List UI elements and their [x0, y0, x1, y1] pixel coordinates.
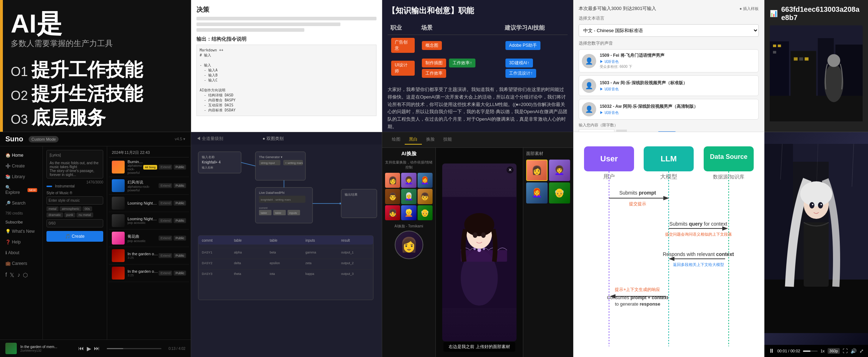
video-play-button[interactable]: ⏸ — [769, 348, 774, 354]
track-extend-3[interactable]: Extend — [159, 201, 172, 206]
tag-00s[interactable]: 00s — [83, 206, 92, 211]
face-content: AI换脸 支持批量换脸，动作依据/情绪控制 👩 👩‍🦱 👩‍🦰 👨 👩‍🦳 👦 … — [382, 148, 573, 357]
track-extend-1[interactable]: Extend — [159, 165, 172, 170]
suno-mode[interactable]: Custom Mode — [29, 136, 59, 142]
suno-nav-home[interactable]: 🏠 Home — [0, 150, 43, 161]
suno-style-input[interactable] — [46, 196, 103, 205]
face-thumb-2[interactable]: 👩‍🦱 — [401, 173, 416, 188]
track-public-2[interactable]: Public — [174, 183, 186, 188]
track-extend-4[interactable]: Extend — [159, 218, 172, 223]
track-public-7[interactable]: Public — [174, 271, 186, 276]
face-tab-preview[interactable]: 绘图 — [388, 135, 405, 145]
suno-lyrics-area[interactable]: [Lyrics] As the music folds out, and the… — [46, 150, 103, 178]
face-thumb-7[interactable]: 👧 — [385, 205, 400, 220]
track-actions-1: All Song Extend Public — [143, 165, 186, 170]
face-right-title: 面部素材 — [526, 151, 570, 157]
twitter-icon[interactable]: 𝕏 — [10, 272, 14, 278]
discord-icon[interactable]: ⬡ — [23, 272, 28, 278]
suno-track-2[interactable]: 幻风传说 alphatonu-rock-powerful Extend Publ… — [109, 177, 189, 195]
face-thumb-3[interactable]: 👩‍🦰 — [418, 173, 433, 188]
suno-prev-button[interactable]: ⏮ — [78, 345, 84, 352]
voice-item-2: 👤 1503 - Aw 间·乐·深线阶段视频男声（标准版） ▶ 试听音色 — [579, 75, 759, 96]
voice-play-2[interactable]: ▶ 试听音色 — [600, 87, 755, 92]
svg-text:提交提示: 提交提示 — [629, 201, 646, 206]
video-speed[interactable]: 1x — [820, 349, 825, 353]
tag-metal[interactable]: metal — [46, 206, 59, 211]
suno-instrumental-toggle[interactable] — [46, 186, 52, 187]
suno-track-1[interactable]: Burning Warrior alphatonu-rock-powerful … — [109, 157, 189, 177]
fullscreen-icon[interactable]: ⛶ — [843, 348, 848, 354]
expand-icon[interactable]: ⤢ — [859, 348, 864, 354]
face-right-thumb-3[interactable]: 👩‍🦰 — [526, 182, 548, 204]
suno-nav-help[interactable]: ❓ Help — [0, 237, 43, 247]
tag-all-song: All Song — [143, 165, 158, 170]
voice-play-1[interactable]: ▶ 试听音色 — [600, 59, 755, 64]
face-thumb-9[interactable]: 👴 — [418, 205, 433, 220]
voice-item-3: 👤 15032 - Aw 阿间·乐·深线阶段视频男声（高清制版） ▶ 试听音色 — [579, 99, 759, 120]
suno-subscribe[interactable]: Subscribe — [0, 218, 43, 226]
suno-nav-library[interactable]: 📚 Library — [0, 171, 43, 182]
suno-track-5[interactable]: 葡花曲 pop acoustic Extend Public — [109, 230, 189, 247]
voice-increment-button[interactable]: ▲ — [616, 130, 627, 132]
face-thumb-5[interactable]: 👩‍🦳 — [401, 189, 416, 204]
tiktok-icon[interactable]: ♪ — [17, 272, 20, 278]
track-public-6[interactable]: Public — [174, 253, 186, 258]
suno-nav-create[interactable]: ➕ Create — [0, 161, 43, 171]
suno-track-6[interactable]: In the garden of memories, where tim... … — [109, 247, 189, 265]
tag-dramatic[interactable]: dramatic — [46, 212, 63, 217]
tag-nu-metal[interactable]: nu metal — [76, 212, 93, 217]
suno-progress-fill — [107, 348, 123, 349]
suno-track-3[interactable]: Looming Nightmares Extend Public — [109, 195, 189, 212]
face-right-thumb-1[interactable]: 👩 — [526, 160, 548, 181]
suno-play-button[interactable]: ▶ — [87, 345, 91, 352]
voice-play-3[interactable]: ▶ 试听音色 — [600, 110, 755, 115]
suno-title-input[interactable] — [46, 219, 103, 227]
face-thumb-6[interactable]: 👦 — [418, 189, 433, 204]
track-extend-5[interactable]: Extend — [159, 236, 172, 241]
video-progress-bar[interactable] — [803, 351, 818, 352]
face-thumb-1[interactable]: 👩 — [385, 173, 400, 188]
face-thumb-8[interactable]: 👱 — [401, 205, 416, 220]
suno-next-button[interactable]: ⏭ — [94, 345, 100, 352]
suno-nav-careers[interactable]: 💼 Careers — [0, 258, 43, 269]
track-actions-4: Extend Public — [159, 218, 186, 223]
ai-item-1: O1 提升工作技能 — [11, 60, 184, 80]
tag-skill-2: 3D建模AI↑ — [505, 59, 533, 67]
suno-track-7[interactable]: In the garden of memories, where tim... … — [109, 265, 189, 282]
video-quality[interactable]: 360p — [828, 348, 840, 354]
svg-text:Data Source: Data Source — [710, 153, 747, 160]
voice-number-input[interactable] — [579, 129, 614, 132]
track-extend-6[interactable]: Extend — [159, 253, 172, 258]
face-tab-other[interactable]: 技能 — [439, 135, 456, 145]
svg-text:= writing mars: = writing mars — [285, 161, 303, 165]
suno-nav-whatsnew[interactable]: 💡 What's New — [0, 226, 43, 237]
tag-punk[interactable]: punk — [64, 212, 76, 217]
llm-diagram: User 用户 LLM 大模型 Data Source 数据源/知识库 Subm… — [573, 132, 764, 357]
suno-nav-explore[interactable]: 🔍 Explore NEW — [0, 182, 43, 198]
suno-nav-about[interactable]: ℹ About — [0, 247, 43, 258]
track-public-4[interactable]: Public — [174, 218, 186, 223]
video-content — [764, 132, 868, 345]
upload-sample-button[interactable]: ● 插入样板 — [739, 6, 759, 11]
face-thumb-4[interactable]: 👨 — [385, 189, 400, 204]
track-public-3[interactable]: Public — [174, 201, 186, 206]
suno-track-4[interactable]: Looming Nightmares pop acoustic Extend P… — [109, 212, 189, 230]
suno-version[interactable]: v4.5 ▾ — [175, 137, 185, 141]
language-select[interactable]: 中文 - Chinese 国际和标准语 — [579, 24, 759, 37]
face-close-button[interactable]: ✕ — [507, 166, 514, 174]
track-extend-2[interactable]: Extend — [159, 183, 172, 188]
track-public-1[interactable]: Public — [174, 165, 186, 170]
face-right-thumb-2[interactable]: 👩‍🦱 — [549, 160, 570, 181]
track-public-5[interactable]: Public — [174, 236, 186, 241]
col-scene: 场景 — [418, 21, 502, 35]
tag-atmospheric[interactable]: atmospheric — [60, 206, 81, 211]
suno-nav-search[interactable]: 🔎 Search — [0, 198, 43, 208]
face-tab-active[interactable]: 黑白 — [405, 135, 422, 145]
track-extend-7[interactable]: Extend — [159, 271, 172, 276]
face-right-thumb-4[interactable]: 👴 — [549, 182, 570, 204]
suno-progress-bar[interactable] — [107, 348, 161, 349]
face-tab-settings[interactable]: 换脸 — [422, 135, 439, 145]
suno-create-button[interactable]: 🎵 Create — [46, 231, 103, 242]
volume-icon[interactable]: 🔊 — [850, 348, 857, 354]
facebook-icon[interactable]: f — [5, 272, 7, 278]
